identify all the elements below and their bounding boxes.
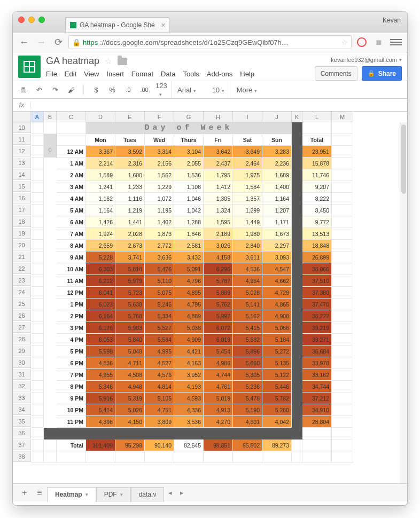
cell[interactable] bbox=[332, 240, 353, 252]
cell[interactable] bbox=[302, 122, 332, 134]
row-total[interactable]: 11,746 bbox=[302, 169, 332, 181]
cell[interactable] bbox=[31, 439, 44, 451]
heat-cell[interactable]: 1,975 bbox=[233, 169, 262, 181]
col-header-A[interactable]: A bbox=[31, 112, 44, 122]
heat-cell[interactable]: 2,316 bbox=[115, 158, 145, 169]
heat-cell[interactable]: 3,809 bbox=[145, 416, 174, 428]
heat-cell[interactable]: 1,589 bbox=[86, 169, 115, 181]
heat-cell[interactable]: 5,682 bbox=[233, 334, 262, 346]
omnibox[interactable]: 🔒 https://docs.google.com/spreadsheets/d… bbox=[68, 35, 352, 49]
heat-cell[interactable]: 1,846 bbox=[174, 228, 204, 240]
heat-cell[interactable]: 5,916 bbox=[86, 393, 115, 404]
cell[interactable] bbox=[31, 193, 44, 205]
undo-icon[interactable]: ↶ bbox=[34, 86, 44, 94]
heat-cell[interactable]: 3,093 bbox=[262, 252, 292, 263]
tab-nav-right[interactable]: ▸ bbox=[176, 489, 188, 497]
row-total[interactable]: 37,212 bbox=[302, 393, 332, 404]
cell[interactable] bbox=[31, 451, 44, 463]
heat-cell[interactable]: 5,184 bbox=[262, 334, 292, 346]
more-button[interactable]: More ▾ bbox=[237, 86, 257, 94]
row-total[interactable]: 34,744 bbox=[302, 381, 332, 393]
cell[interactable] bbox=[31, 404, 44, 416]
heat-cell[interactable]: 6,295 bbox=[204, 263, 233, 275]
cell[interactable] bbox=[31, 158, 44, 169]
cell[interactable] bbox=[332, 275, 353, 287]
heat-cell[interactable]: 2,464 bbox=[233, 158, 262, 169]
menu-format[interactable]: Format bbox=[131, 70, 153, 78]
heat-cell[interactable]: 1,426 bbox=[86, 216, 115, 228]
heat-cell[interactable]: 5,723 bbox=[115, 287, 145, 299]
cell[interactable] bbox=[31, 240, 44, 252]
heat-cell[interactable]: 3,611 bbox=[233, 252, 262, 263]
add-sheet-button[interactable]: + bbox=[17, 486, 32, 499]
heat-cell[interactable]: 3,741 bbox=[115, 252, 145, 263]
cell[interactable] bbox=[332, 193, 353, 205]
cell[interactable] bbox=[31, 287, 44, 299]
heat-cell[interactable]: 5,305 bbox=[233, 369, 262, 381]
row-header-27[interactable]: 27 bbox=[13, 322, 31, 333]
heat-cell[interactable]: 5,228 bbox=[86, 252, 115, 263]
heat-cell[interactable]: 1,207 bbox=[262, 205, 292, 216]
cell[interactable] bbox=[174, 451, 204, 463]
print-icon[interactable]: 🖶 bbox=[18, 86, 28, 94]
cell[interactable] bbox=[332, 181, 353, 193]
heat-cell[interactable]: 5,762 bbox=[204, 299, 233, 310]
heat-cell[interactable]: 4,536 bbox=[233, 263, 262, 275]
all-sheets-button[interactable]: ≡ bbox=[32, 486, 47, 499]
cell[interactable] bbox=[292, 451, 302, 463]
percent-button[interactable]: % bbox=[107, 86, 117, 94]
cell[interactable] bbox=[31, 428, 44, 439]
heat-cell[interactable]: 5,476 bbox=[145, 263, 174, 275]
cell[interactable] bbox=[233, 451, 262, 463]
cell[interactable] bbox=[31, 146, 44, 158]
heat-cell[interactable]: 4,744 bbox=[204, 369, 233, 381]
cell[interactable] bbox=[332, 158, 353, 169]
move-folder-icon[interactable] bbox=[118, 58, 127, 65]
sheet-tab-heatmap[interactable]: Heatmap▾ bbox=[47, 487, 96, 502]
heat-cell[interactable]: 1,116 bbox=[115, 193, 145, 205]
cell[interactable] bbox=[204, 451, 233, 463]
font-family-select[interactable]: Arial ▾ bbox=[177, 86, 196, 94]
cell[interactable] bbox=[31, 228, 44, 240]
heat-cell[interactable]: 5,135 bbox=[262, 357, 292, 369]
heat-cell[interactable]: 4,270 bbox=[204, 416, 233, 428]
heat-cell[interactable]: 3,952 bbox=[174, 369, 204, 381]
cell[interactable] bbox=[115, 451, 145, 463]
heat-cell[interactable]: 5,110 bbox=[145, 275, 174, 287]
number-format-button[interactable]: 123 ▾ bbox=[155, 82, 165, 98]
heat-cell[interactable]: 5,660 bbox=[233, 357, 262, 369]
share-button[interactable]: 🔒Share bbox=[362, 66, 402, 81]
row-header-17[interactable]: 17 bbox=[13, 205, 31, 215]
heat-cell[interactable]: 5,414 bbox=[86, 404, 115, 416]
heat-cell[interactable]: 4,662 bbox=[262, 275, 292, 287]
heat-cell[interactable]: 1,873 bbox=[145, 228, 174, 240]
cell[interactable] bbox=[31, 334, 44, 346]
forward-button[interactable]: → bbox=[34, 35, 48, 49]
heat-cell[interactable]: 2,028 bbox=[115, 228, 145, 240]
row-header-31[interactable]: 31 bbox=[13, 369, 31, 380]
heat-cell[interactable]: 3,314 bbox=[145, 146, 174, 158]
account-email[interactable]: kevanlee932@gmail.com▾ bbox=[331, 57, 402, 63]
row-header-22[interactable]: 22 bbox=[13, 263, 31, 274]
heat-cell[interactable]: 1,980 bbox=[233, 228, 262, 240]
close-window-icon[interactable] bbox=[18, 17, 25, 23]
col-header-E[interactable]: E bbox=[115, 112, 145, 122]
reload-button[interactable]: ⟳ bbox=[51, 35, 65, 49]
cell[interactable] bbox=[332, 146, 353, 158]
heat-cell[interactable]: 2,772 bbox=[145, 240, 174, 252]
cell[interactable] bbox=[302, 451, 332, 463]
col-header-F[interactable]: F bbox=[145, 112, 174, 122]
menu-edit[interactable]: Edit bbox=[65, 70, 76, 78]
heat-cell[interactable]: 2,214 bbox=[86, 158, 115, 169]
heat-cell[interactable]: 4,193 bbox=[174, 381, 204, 393]
cell[interactable] bbox=[57, 134, 86, 146]
col-header-H[interactable]: H bbox=[204, 112, 233, 122]
heat-cell[interactable]: 5,997 bbox=[204, 310, 233, 322]
select-all-corner[interactable] bbox=[13, 112, 31, 122]
heat-cell[interactable]: 1,299 bbox=[233, 205, 262, 216]
cell[interactable] bbox=[332, 310, 353, 322]
heat-cell[interactable]: 3,636 bbox=[145, 252, 174, 263]
heat-cell[interactable]: 5,415 bbox=[233, 322, 262, 334]
currency-button[interactable]: $ bbox=[91, 86, 101, 94]
heat-cell[interactable]: 2,840 bbox=[233, 240, 262, 252]
